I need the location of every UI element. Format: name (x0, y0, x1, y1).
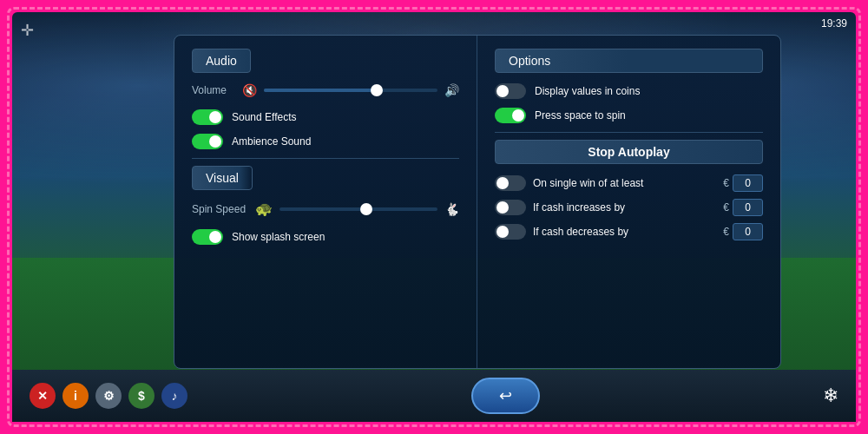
cash-decreases-label: If cash decreases by (533, 226, 716, 238)
volume-label: Volume (192, 84, 235, 96)
panel-left: Audio Volume 🔇 🔊 Sound Effects Ambience … (174, 36, 477, 368)
settings-button[interactable]: ⚙ (95, 383, 122, 409)
ambience-sound-row: Ambience Sound (192, 134, 459, 149)
audio-section-header: Audio (192, 49, 251, 73)
rabbit-icon: 🐇 (444, 202, 459, 216)
show-splash-label: Show splash screen (232, 231, 325, 243)
single-win-row: On single win of at least € (495, 174, 763, 192)
single-win-toggle[interactable] (495, 175, 526, 191)
display-coins-row: Display values in coins (495, 83, 763, 99)
cash-increases-toggle[interactable] (495, 200, 526, 215)
spin-speed-slider[interactable] (279, 207, 437, 211)
cash-decreases-row: If cash decreases by € (495, 223, 763, 240)
cash-increases-input[interactable] (733, 199, 763, 216)
single-win-input-group: € (723, 174, 763, 192)
sound-button[interactable]: ♪ (161, 383, 187, 409)
show-splash-toggle[interactable] (192, 229, 223, 245)
cash-increases-row: If cash increases by € (495, 199, 763, 216)
bottom-bar: ✕ i ⚙ $ ♪ ↩ ❄ (12, 370, 856, 422)
visual-section-header: Visual (192, 166, 253, 190)
close-button[interactable]: ✕ (30, 383, 56, 409)
cash-decreases-toggle[interactable] (495, 224, 526, 240)
show-splash-row: Show splash screen (192, 229, 459, 245)
single-win-euro-sign: € (723, 177, 729, 189)
cash-increases-input-group: € (723, 199, 763, 216)
volume-row: Volume 🔇 🔊 (192, 83, 459, 97)
press-space-toggle[interactable] (495, 108, 526, 123)
ambience-sound-toggle[interactable] (192, 134, 223, 149)
press-space-label: Press space to spin (535, 109, 626, 122)
info-button[interactable]: i (62, 383, 89, 409)
cash-decreases-input[interactable] (733, 223, 763, 240)
sound-effects-label: Sound Effects (232, 111, 297, 123)
settings-panel: Audio Volume 🔇 🔊 Sound Effects Ambience … (174, 35, 781, 369)
move-icon[interactable]: ✛ (21, 21, 34, 40)
sound-effects-row: Sound Effects (192, 109, 459, 125)
cash-increases-label: If cash increases by (533, 201, 716, 214)
spin-speed-label: Spin Speed (192, 203, 248, 215)
bottom-icons-left: ✕ i ⚙ $ ♪ (30, 383, 187, 409)
panel-right: Options Display values in coins Press sp… (477, 36, 780, 368)
time-display: 19:39 (821, 17, 847, 30)
single-win-input[interactable] (733, 174, 763, 192)
cash-decreases-input-group: € (723, 223, 763, 240)
press-space-row: Press space to spin (495, 108, 763, 123)
single-win-label: On single win of at least (533, 177, 716, 189)
dollar-button[interactable]: $ (128, 383, 155, 409)
spin-speed-row: Spin Speed 🐢 🐇 (192, 201, 459, 217)
turtle-icon: 🐢 (255, 201, 273, 217)
display-coins-label: Display values in coins (535, 85, 640, 97)
cash-increases-euro-sign: € (723, 201, 729, 214)
stop-autoplay-header: Stop Autoplay (495, 140, 763, 164)
cash-decreases-euro-sign: € (723, 226, 729, 238)
snowflake-icon: ❄ (823, 385, 838, 407)
options-section-header: Options (495, 49, 763, 73)
sound-effects-toggle[interactable] (192, 109, 223, 125)
volume-slider[interactable] (264, 89, 437, 92)
ambience-sound-label: Ambience Sound (232, 135, 311, 148)
volume-high-icon[interactable]: 🔊 (444, 83, 459, 97)
mute-icon[interactable]: 🔇 (242, 83, 257, 97)
back-button[interactable]: ↩ (471, 378, 540, 414)
display-coins-toggle[interactable] (495, 83, 526, 99)
